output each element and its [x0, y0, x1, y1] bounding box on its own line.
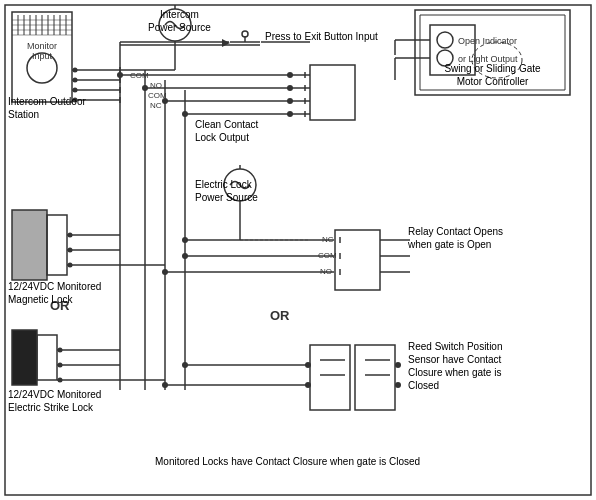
svg-rect-51: [47, 215, 67, 275]
press-exit-label: Press to Exit Button Input: [265, 30, 378, 43]
svg-point-87: [182, 111, 188, 117]
electric-lock-power-label: Electric LockPower Source: [195, 178, 258, 204]
svg-point-113: [182, 253, 188, 259]
clean-contact-label: Clean ContactLock Output: [195, 118, 258, 144]
monitored-locks-label: Monitored Locks have Contact Closure whe…: [155, 455, 420, 468]
intercom-outdoor-label: Intercom OutdoorStation: [8, 95, 86, 121]
svg-text:Monitor: Monitor: [27, 41, 57, 51]
svg-point-86: [162, 98, 168, 104]
svg-marker-134: [222, 39, 230, 47]
svg-rect-117: [355, 345, 395, 410]
svg-point-112: [182, 237, 188, 243]
svg-point-129: [162, 382, 168, 388]
intercom-power-label: IntercomPower Source: [148, 8, 211, 34]
svg-point-84: [117, 72, 123, 78]
svg-rect-67: [310, 65, 355, 120]
svg-point-125: [395, 382, 401, 388]
svg-point-114: [162, 269, 168, 275]
svg-point-89: [437, 32, 453, 48]
svg-point-85: [142, 85, 148, 91]
svg-rect-50: [12, 210, 47, 280]
svg-text:OR: OR: [270, 308, 290, 323]
swing-gate-label: Swing or Sliding GateMotor Controller: [415, 62, 570, 88]
relay-contact-label: Relay Contact Openswhen gate is Open: [408, 225, 503, 251]
svg-text:Input: Input: [32, 51, 53, 61]
svg-rect-59: [12, 330, 37, 385]
svg-text:NC: NC: [150, 101, 162, 110]
svg-text:Open Indicator: Open Indicator: [458, 36, 517, 46]
svg-point-128: [182, 362, 188, 368]
wiring-diagram: Monitor Input COM NO COM NC: [0, 0, 596, 500]
magnetic-lock-label: 12/24VDC MonitoredMagnetic Lock: [8, 280, 101, 306]
svg-rect-96: [335, 230, 380, 290]
svg-rect-60: [37, 335, 57, 380]
electric-strike-label: 12/24VDC MonitoredElectric Strike Lock: [8, 388, 101, 414]
svg-point-124: [395, 362, 401, 368]
reed-switch-label: Reed Switch PositionSensor have ContactC…: [408, 340, 503, 392]
svg-rect-116: [310, 345, 350, 410]
